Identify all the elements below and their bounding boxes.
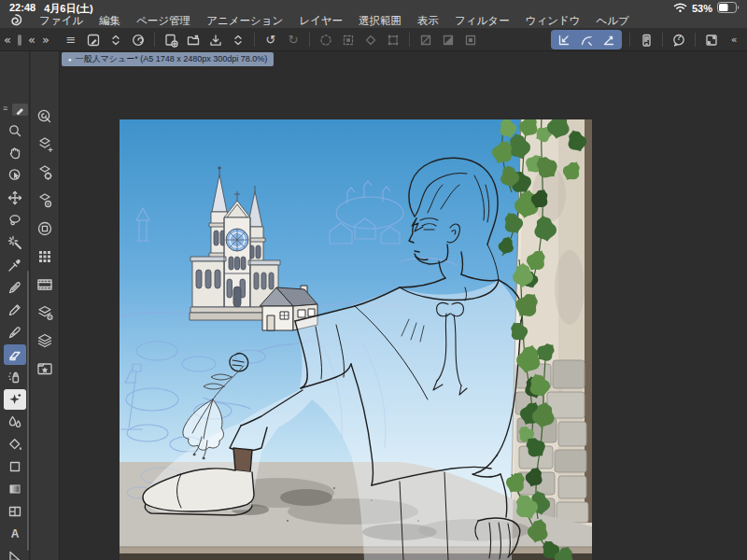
tool-layer-move[interactable]	[4, 188, 26, 208]
sub-tool-palette-button[interactable]	[34, 133, 56, 156]
tool-decoration[interactable]	[4, 389, 26, 410]
menu-item-window[interactable]: ウィンドウ	[526, 14, 581, 28]
selection-mask-off-button[interactable]	[459, 30, 482, 49]
snap-to-curved-ruler-button[interactable]	[575, 30, 598, 49]
tool-eraser[interactable]	[4, 344, 26, 365]
help-button[interactable]: ?	[668, 30, 690, 49]
palette-handle[interactable]	[18, 35, 21, 46]
tool-gradient[interactable]	[4, 479, 26, 499]
main-menu-button[interactable]: ≡	[60, 30, 82, 49]
tool-launcher-button[interactable]	[82, 30, 105, 49]
tool-palette-menu-icon[interactable]: ≡	[3, 105, 7, 113]
menu-icon: ≡	[66, 34, 77, 46]
document-tab-title: 一般人マシュー* (A5 1748 x 2480px 300dpi 78.0%)	[76, 53, 268, 65]
document-tab[interactable]: ● 一般人マシュー* (A5 1748 x 2480px 300dpi 78.0…	[62, 52, 274, 66]
save-chevrons-button[interactable]	[227, 30, 249, 49]
tool-property-palette-button[interactable]	[34, 161, 56, 184]
clip-studio-paint-app: 22:48 4月6日(土) 53% ファイル 編集 ページ管理 アニメーション …	[0, 0, 747, 560]
menu-item-file[interactable]: ファイル	[39, 14, 83, 28]
separator	[154, 33, 155, 47]
clear-selection-button[interactable]	[359, 30, 382, 49]
tool-hand[interactable]	[4, 143, 26, 163]
launcher-chevrons-button[interactable]	[105, 30, 127, 49]
tool-zoom[interactable]	[4, 120, 26, 141]
screen-layout-button[interactable]	[700, 30, 723, 49]
tool-fill[interactable]	[4, 434, 26, 455]
tool-pencil[interactable]	[4, 300, 26, 320]
separator	[409, 33, 410, 47]
snap-to-special-ruler-button[interactable]	[598, 30, 620, 49]
material-palette-button[interactable]	[34, 357, 56, 380]
command-bar-right: ? «	[548, 30, 745, 49]
tool-auto-select[interactable]	[4, 232, 26, 253]
menu-item-help[interactable]: ヘルプ	[597, 14, 629, 28]
canvas[interactable]	[120, 119, 592, 560]
collapse-command-bar-button[interactable]: «	[723, 30, 745, 49]
command-bar: « « » ≡	[0, 28, 747, 51]
tool-frame-border[interactable]	[4, 501, 26, 522]
tool-line-correction[interactable]	[4, 546, 26, 560]
tool-lasso-select[interactable]	[4, 210, 26, 231]
battery-percent: 53%	[692, 3, 712, 14]
collapse-left-icon-2[interactable]: «	[28, 34, 35, 46]
tool-figure[interactable]	[4, 456, 26, 477]
reselect-button[interactable]	[337, 30, 359, 49]
menu-item-selection[interactable]: 選択範囲	[359, 14, 402, 28]
new-canvas-button[interactable]	[160, 30, 182, 49]
collapse-left-icon[interactable]: «	[4, 34, 11, 46]
undo-icon: ↺	[266, 34, 276, 46]
save-button[interactable]	[204, 30, 227, 49]
collapse-icon: «	[731, 35, 738, 45]
brush-size-palette-button[interactable]	[34, 189, 56, 212]
status-right: 53%	[673, 2, 740, 15]
palette-dock-controls: « « »	[4, 30, 49, 49]
battery-icon	[717, 2, 740, 15]
tool-pen[interactable]	[4, 277, 26, 298]
tool-brush[interactable]	[4, 322, 26, 343]
change-canvas-size-button[interactable]	[382, 30, 404, 49]
menu-item-animation[interactable]: アニメーション	[206, 14, 283, 28]
menu-item-edit[interactable]: 編集	[99, 14, 120, 28]
redo-button[interactable]: ↻	[282, 30, 304, 49]
snap-group	[551, 30, 622, 49]
tool-eyedropper[interactable]	[4, 255, 26, 275]
menu-item-page-management[interactable]: ページ管理	[136, 14, 190, 28]
palette-dock	[31, 51, 60, 560]
selection-tool-off-button[interactable]	[415, 30, 437, 49]
tool-text[interactable]: A	[4, 524, 26, 544]
menu-item-filter[interactable]: フィルター	[455, 14, 510, 28]
deselect-button[interactable]	[315, 30, 337, 49]
expand-right-icon[interactable]: »	[42, 34, 49, 46]
header-bar: 22:48 4月6日(土) 53% ファイル 編集 ページ管理 アニメーション …	[0, 0, 747, 28]
document-tab-indicator: ●	[68, 57, 72, 63]
clip-studio-app-button[interactable]	[127, 30, 149, 49]
tool-airbrush[interactable]	[4, 367, 26, 387]
separator	[695, 33, 696, 47]
color-set-palette-button[interactable]	[34, 245, 56, 268]
separator	[629, 33, 630, 47]
command-bar-main: ≡ ↺ ↻	[60, 30, 482, 49]
help-icon: ?	[668, 33, 690, 42]
tool-palette-scrollbar[interactable]	[27, 271, 29, 551]
layer-palette-button[interactable]	[34, 329, 56, 352]
tool-blend[interactable]	[4, 412, 26, 432]
separator	[662, 33, 663, 47]
convert-selection-off-button[interactable]	[437, 30, 459, 49]
wifi-icon	[673, 2, 687, 15]
separator	[254, 33, 255, 47]
text-tool-icon: A	[11, 528, 20, 539]
tool-palette: ≡ A	[0, 51, 30, 560]
snap-to-ruler-button[interactable]	[553, 30, 575, 49]
color-wheel-palette-button[interactable]	[34, 217, 56, 240]
undo-button[interactable]: ↺	[260, 30, 282, 49]
menu-item-view[interactable]: 表示	[417, 14, 439, 28]
menu-item-layer[interactable]: レイヤー	[299, 14, 343, 28]
timeline-palette-button[interactable]	[34, 273, 56, 296]
layer-property-palette-button[interactable]	[34, 301, 56, 324]
redo-icon: ↻	[289, 34, 299, 46]
quick-access-palette-button[interactable]	[34, 105, 56, 128]
companion-mode-button[interactable]	[635, 30, 657, 49]
current-tool-badge[interactable]	[12, 104, 28, 116]
open-file-button[interactable]	[182, 30, 204, 49]
tool-object[interactable]	[4, 165, 26, 186]
